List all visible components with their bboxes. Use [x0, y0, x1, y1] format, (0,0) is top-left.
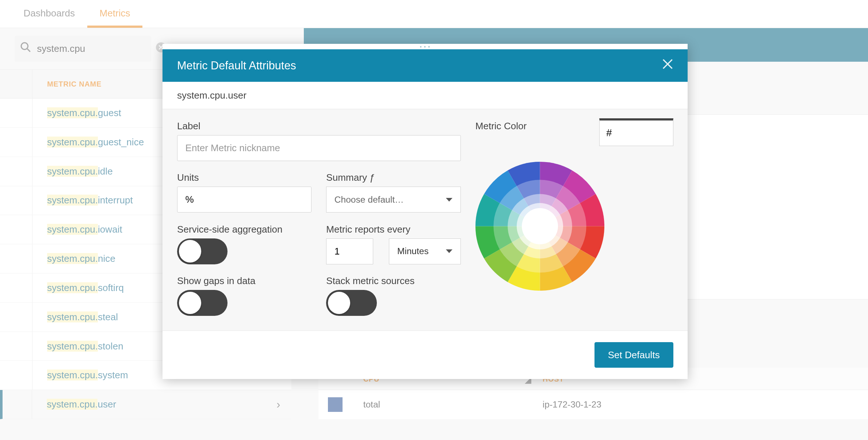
summary-select-value: Choose default…	[334, 195, 404, 205]
svg-point-14	[522, 208, 558, 244]
reports-label: Metric reports every	[326, 224, 460, 235]
stack-label: Stack metric sources	[326, 275, 460, 287]
gaps-label: Show gaps in data	[177, 275, 311, 287]
modal-title: Metric Default Attributes	[177, 59, 296, 72]
units-input[interactable]	[177, 187, 311, 213]
stack-toggle[interactable]	[326, 290, 376, 316]
drag-handle-icon[interactable]	[162, 44, 688, 49]
metric-color-label: Metric Color	[475, 120, 527, 132]
chevron-down-icon	[446, 249, 452, 253]
metric-attributes-modal: Metric Default Attributes system.cpu.use…	[162, 44, 688, 379]
modal-footer: Set Defaults	[162, 330, 688, 379]
label-input[interactable]	[177, 135, 461, 161]
color-wheel[interactable]	[475, 162, 604, 291]
color-hex-input[interactable]	[599, 118, 673, 146]
reports-unit-value: Minutes	[397, 246, 429, 256]
close-modal-icon[interactable]	[662, 58, 673, 73]
reports-unit-select[interactable]: Minutes	[389, 238, 460, 264]
summary-field-label: Summary ƒ	[326, 172, 460, 183]
units-field-label: Units	[177, 172, 311, 183]
modal-metric-name: system.cpu.user	[162, 82, 688, 109]
ssa-toggle[interactable]	[177, 238, 227, 264]
label-field-label: Label	[177, 120, 461, 132]
set-defaults-button[interactable]: Set Defaults	[594, 342, 673, 368]
reports-value-input[interactable]	[326, 238, 373, 264]
gaps-toggle[interactable]	[177, 290, 227, 316]
summary-select[interactable]: Choose default…	[326, 187, 460, 213]
modal-header: Metric Default Attributes	[162, 49, 688, 82]
ssa-label: Service-side aggregation	[177, 224, 311, 235]
chevron-down-icon	[446, 198, 452, 202]
